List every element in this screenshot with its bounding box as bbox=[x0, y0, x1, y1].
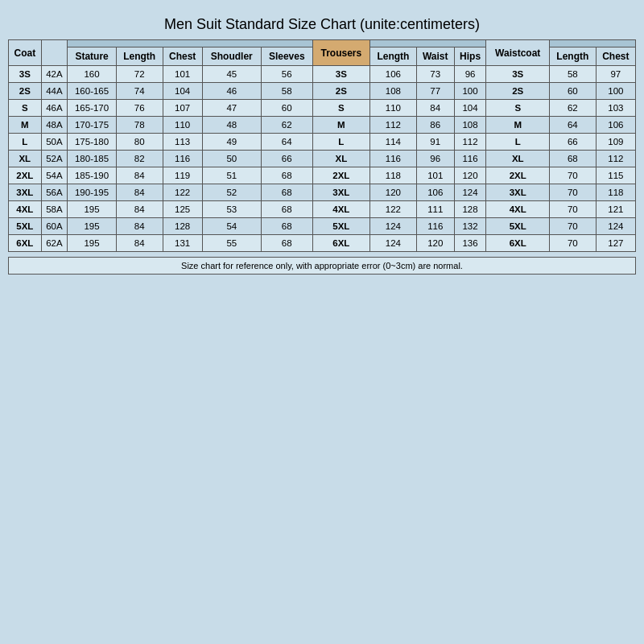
table-cell: 66 bbox=[550, 134, 597, 151]
table-cell: 66 bbox=[261, 151, 312, 167]
table-cell: 58A bbox=[41, 201, 68, 218]
table-cell: 50 bbox=[202, 151, 261, 167]
table-cell: S bbox=[9, 100, 42, 117]
table-cell: 114 bbox=[370, 134, 417, 151]
table-cell: 77 bbox=[416, 83, 454, 100]
table-cell: 3S bbox=[486, 66, 550, 83]
table-cell: M bbox=[486, 117, 550, 134]
table-cell: 5XL bbox=[486, 218, 550, 235]
table-cell: 68 bbox=[261, 184, 312, 201]
table-cell: 2XL bbox=[9, 167, 42, 184]
table-cell: 49 bbox=[202, 134, 261, 151]
table-cell: 86 bbox=[416, 117, 454, 134]
table-cell: 101 bbox=[163, 66, 202, 83]
table-cell: 84 bbox=[116, 167, 163, 184]
table-cell: 185-190 bbox=[68, 167, 117, 184]
table-cell: 2S bbox=[312, 83, 369, 100]
table-cell: 48A bbox=[41, 117, 68, 134]
table-cell: XL bbox=[486, 151, 550, 167]
sleeves-header: Sleeves bbox=[261, 47, 312, 66]
table-cell: 124 bbox=[370, 218, 417, 235]
table-cell: 91 bbox=[416, 134, 454, 151]
table-cell: 160 bbox=[68, 66, 117, 83]
table-cell: 3S bbox=[312, 66, 369, 83]
table-cell: 54A bbox=[41, 167, 68, 184]
table-cell: 56A bbox=[41, 184, 68, 201]
table-cell: 82 bbox=[116, 151, 163, 167]
hips-header: Hips bbox=[454, 47, 486, 66]
waist-header: Waist bbox=[416, 47, 454, 66]
waistcoat-header: Waistcoat bbox=[486, 40, 550, 66]
table-cell: 124 bbox=[370, 235, 417, 252]
table-cell: 70 bbox=[550, 167, 597, 184]
table-cell: 78 bbox=[116, 117, 163, 134]
table-cell: 70 bbox=[550, 235, 597, 252]
w-chest-header: Chest bbox=[596, 47, 635, 66]
table-cell: 3XL bbox=[9, 184, 42, 201]
page-title: Men Suit Standard Size Chart (unite:cent… bbox=[164, 16, 480, 33]
code-header bbox=[41, 40, 68, 66]
table-cell: 53 bbox=[202, 201, 261, 218]
table-cell: 106 bbox=[370, 66, 417, 83]
table-cell: 62A bbox=[41, 235, 68, 252]
table-cell: 165-170 bbox=[68, 100, 117, 117]
table-cell: 44A bbox=[41, 83, 68, 100]
table-cell: 106 bbox=[416, 184, 454, 201]
table-cell: 60 bbox=[550, 83, 597, 100]
table-cell: 109 bbox=[596, 134, 635, 151]
table-cell: 62 bbox=[550, 100, 597, 117]
table-cell: 101 bbox=[416, 167, 454, 184]
table-cell: L bbox=[312, 134, 369, 151]
table-cell: 58 bbox=[261, 83, 312, 100]
table-cell: M bbox=[9, 117, 42, 134]
table-cell: 127 bbox=[596, 235, 635, 252]
table-cell: 54 bbox=[202, 218, 261, 235]
table-cell: 5XL bbox=[9, 218, 42, 235]
table-cell: 64 bbox=[550, 117, 597, 134]
table-cell: 45 bbox=[202, 66, 261, 83]
table-cell: 103 bbox=[596, 100, 635, 117]
table-cell: 70 bbox=[550, 218, 597, 235]
table-cell: 122 bbox=[163, 184, 202, 201]
table-cell: S bbox=[486, 100, 550, 117]
table-cell: 100 bbox=[596, 83, 635, 100]
table-cell: 120 bbox=[416, 235, 454, 252]
table-cell: 116 bbox=[454, 151, 486, 167]
table-cell: 76 bbox=[116, 100, 163, 117]
table-cell: 52 bbox=[202, 184, 261, 201]
table-cell: 115 bbox=[596, 167, 635, 184]
table-cell: 56 bbox=[261, 66, 312, 83]
table-cell: 73 bbox=[416, 66, 454, 83]
table-cell: 84 bbox=[116, 235, 163, 252]
table-wrapper: Coat Trousers Waistcoat Stature Length C… bbox=[8, 39, 636, 252]
table-cell: 132 bbox=[454, 218, 486, 235]
table-cell: 68 bbox=[261, 201, 312, 218]
table-cell: 51 bbox=[202, 167, 261, 184]
table-cell: L bbox=[9, 134, 42, 151]
trousers-section-header bbox=[370, 40, 486, 47]
table-cell: 62 bbox=[261, 117, 312, 134]
table-cell: 104 bbox=[454, 100, 486, 117]
table-cell: 55 bbox=[202, 235, 261, 252]
table-cell: 48 bbox=[202, 117, 261, 134]
table-cell: 5XL bbox=[312, 218, 369, 235]
table-cell: XL bbox=[312, 151, 369, 167]
table-cell: 68 bbox=[550, 151, 597, 167]
table-cell: S bbox=[312, 100, 369, 117]
table-cell: 42A bbox=[41, 66, 68, 83]
length-header: Length bbox=[116, 47, 163, 66]
table-cell: 104 bbox=[163, 83, 202, 100]
table-cell: 96 bbox=[416, 151, 454, 167]
table-cell: 116 bbox=[163, 151, 202, 167]
table-cell: 3XL bbox=[312, 184, 369, 201]
table-cell: L bbox=[486, 134, 550, 151]
table-cell: 195 bbox=[68, 218, 117, 235]
table-cell: 3XL bbox=[486, 184, 550, 201]
table-cell: 84 bbox=[416, 100, 454, 117]
table-cell: 160-165 bbox=[68, 83, 117, 100]
coat-section-header bbox=[68, 40, 312, 47]
shoulder-header: Shoudler bbox=[202, 47, 261, 66]
table-cell: 110 bbox=[163, 117, 202, 134]
table-cell: 2S bbox=[486, 83, 550, 100]
chest-header: Chest bbox=[163, 47, 202, 66]
